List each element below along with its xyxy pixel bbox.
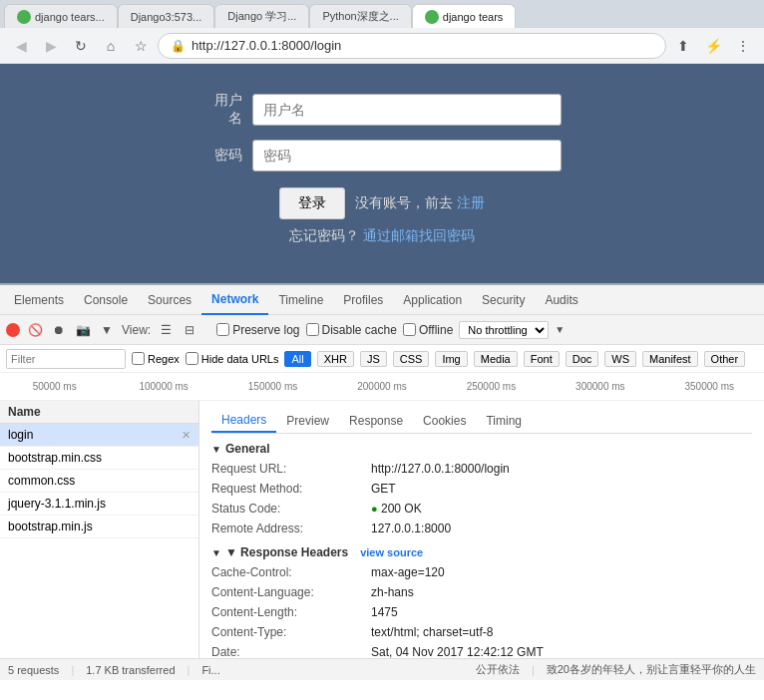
favicon-1 — [17, 10, 31, 24]
response-headers-title: ▼ ▼ Response Headers view source — [211, 545, 752, 559]
star-button[interactable]: ☆ — [128, 33, 154, 59]
filter-font-btn[interactable]: Font — [524, 351, 560, 367]
dt-tab-profiles[interactable]: Profiles — [333, 285, 393, 315]
footer-separator: | — [532, 664, 535, 676]
regex-checkbox[interactable] — [132, 352, 145, 365]
detail-tab-response[interactable]: Response — [339, 409, 413, 433]
preserve-log-checkbox[interactable] — [216, 323, 229, 336]
preserve-log-label[interactable]: Preserve log — [216, 323, 299, 337]
hide-data-checkbox[interactable] — [186, 352, 198, 365]
back-button[interactable]: ◀ — [8, 33, 34, 59]
dt-tab-sources[interactable]: Sources — [138, 285, 201, 315]
filter-all-btn[interactable]: All — [284, 351, 310, 367]
devtools-panel: Elements Console Sources Network Timelin… — [0, 283, 764, 680]
clear-button[interactable]: 🚫 — [26, 321, 44, 339]
browser-tab-4[interactable]: Python深度之... — [309, 4, 411, 28]
file-item-login[interactable]: login ✕ — [0, 424, 198, 447]
status-green-dot: ● — [371, 503, 378, 515]
filter-xhr-btn[interactable]: XHR — [317, 351, 354, 367]
hide-data-label[interactable]: Hide data URLs — [186, 352, 279, 365]
tab-bar: django tears... Django3:573... Django 学习… — [0, 0, 764, 28]
login-button[interactable]: 登录 — [279, 187, 345, 219]
funnel-button[interactable]: ▼ — [98, 321, 116, 339]
tl-label-7: 350000 ms — [655, 381, 764, 392]
file-item-common-css[interactable]: common.css — [0, 470, 198, 493]
forward-button[interactable]: ▶ — [38, 33, 64, 59]
browser-tab-5[interactable]: django tears — [412, 4, 517, 28]
filter-media-btn[interactable]: Media — [474, 351, 518, 367]
camera-button[interactable]: 📷 — [74, 321, 92, 339]
filter-toggle-button[interactable]: ⏺ — [50, 321, 68, 339]
status-code-val: ● 200 OK — [371, 500, 422, 518]
transferred-size: 1.7 KB transferred — [86, 664, 175, 676]
browser-tab-3[interactable]: Django 学习... — [214, 4, 309, 28]
lightning-button[interactable]: ⚡ — [700, 33, 726, 59]
password-label: 密码 — [202, 147, 242, 165]
dt-tab-console[interactable]: Console — [74, 285, 138, 315]
record-button[interactable] — [6, 323, 20, 337]
filter-other-btn[interactable]: Other — [704, 351, 746, 367]
home-button[interactable]: ⌂ — [98, 33, 124, 59]
detail-tab-headers[interactable]: Headers — [211, 409, 276, 433]
view-source-link[interactable]: view source — [360, 546, 423, 558]
tl-label-5: 250000 ms — [437, 381, 546, 392]
file-item-jquery[interactable]: jquery-3.1.1.min.js — [0, 493, 198, 516]
address-text: http://127.0.0.1:8000/login — [191, 38, 341, 53]
throttle-select[interactable]: No throttling — [459, 321, 549, 339]
request-url-key: Request URL: — [211, 460, 371, 478]
filter-ws-btn[interactable]: WS — [604, 351, 636, 367]
footer-text: 公开依法 — [476, 662, 520, 677]
filter-css-btn[interactable]: CSS — [393, 351, 430, 367]
timeline-bar: 50000 ms 100000 ms 150000 ms 200000 ms 2… — [0, 373, 764, 401]
content-language-row: Content-Language: zh-hans — [211, 583, 752, 601]
offline-label[interactable]: Offline — [403, 323, 453, 337]
detail-tab-preview[interactable]: Preview — [276, 409, 339, 433]
register-link[interactable]: 注册 — [457, 194, 485, 210]
regex-label[interactable]: Regex — [132, 352, 180, 365]
tl-label-6: 300000 ms — [546, 381, 654, 392]
filter-manifest-btn[interactable]: Manifest — [642, 351, 698, 367]
detail-panel: Headers Preview Response Cookies Timing … — [199, 401, 764, 658]
disable-cache-label[interactable]: Disable cache — [306, 323, 397, 337]
filter-doc-btn[interactable]: Doc — [566, 351, 599, 367]
dt-tab-elements[interactable]: Elements — [4, 285, 74, 315]
menu-button[interactable]: ⋮ — [730, 33, 756, 59]
share-button[interactable]: ⬆ — [670, 33, 696, 59]
dt-tab-timeline[interactable]: Timeline — [268, 285, 333, 315]
favicon-5 — [425, 10, 439, 24]
browser-tab-1[interactable]: django tears... — [4, 4, 118, 28]
requests-count: 5 requests — [8, 664, 59, 676]
file-item-bootstrap-js[interactable]: bootstrap.min.js — [0, 516, 198, 538]
dt-tab-audits[interactable]: Audits — [535, 285, 587, 315]
forgot-link[interactable]: 通过邮箱找回密码 — [363, 227, 475, 243]
offline-checkbox[interactable] — [403, 323, 416, 336]
dt-tab-application[interactable]: Application — [393, 285, 472, 315]
password-input[interactable] — [252, 140, 562, 172]
filter-input[interactable] — [6, 349, 126, 369]
filter-img-btn[interactable]: Img — [435, 351, 467, 367]
detail-tab-timing[interactable]: Timing — [476, 409, 532, 433]
reload-button[interactable]: ↻ — [68, 33, 94, 59]
browser-tab-2[interactable]: Django3:573... — [118, 4, 215, 28]
dt-tab-security[interactable]: Security — [472, 285, 535, 315]
close-login-icon[interactable]: ✕ — [182, 429, 191, 442]
lock-icon: 🔒 — [171, 39, 186, 53]
nav-bar: ◀ ▶ ↻ ⌂ ☆ 🔒 http://127.0.0.1:8000/login … — [0, 28, 764, 64]
file-list: Name login ✕ bootstrap.min.css common.cs… — [0, 401, 199, 658]
view-list-btn[interactable]: ☰ — [157, 321, 175, 339]
username-input[interactable] — [252, 94, 562, 126]
disable-cache-checkbox[interactable] — [306, 323, 319, 336]
content-length-row: Content-Length: 1475 — [211, 603, 752, 621]
network-content: Name login ✕ bootstrap.min.css common.cs… — [0, 401, 764, 658]
request-url-row: Request URL: http://127.0.0.1:8000/login — [211, 460, 752, 478]
devtools-tab-bar: Elements Console Sources Network Timelin… — [0, 285, 764, 315]
view-detail-btn[interactable]: ⊟ — [181, 321, 198, 339]
general-section-title: ▼ General — [211, 442, 752, 456]
filter-js-btn[interactable]: JS — [360, 351, 387, 367]
username-row: 用户名 — [202, 92, 562, 128]
dt-tab-network[interactable]: Network — [201, 285, 268, 315]
address-bar[interactable]: 🔒 http://127.0.0.1:8000/login — [158, 33, 666, 59]
detail-tab-cookies[interactable]: Cookies — [413, 409, 476, 433]
file-item-bootstrap-css[interactable]: bootstrap.min.css — [0, 447, 198, 470]
action-row: 登录 没有账号，前去 注册 — [279, 187, 485, 219]
